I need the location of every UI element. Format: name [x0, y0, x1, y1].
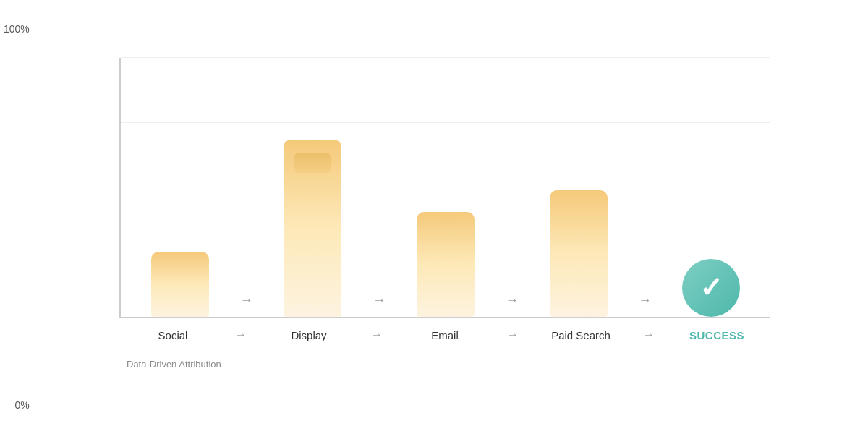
bar-group-display [261, 58, 365, 317]
x-arrow-3: → [498, 328, 527, 341]
x-label-email: Email [391, 329, 498, 341]
x-label-display: Display [255, 329, 362, 341]
arrow-2: → [365, 58, 393, 317]
bar-group-paid [527, 58, 631, 317]
x-arrow-2: → [362, 328, 391, 341]
bar-paid [550, 190, 608, 317]
y-label-0: 0% [4, 399, 30, 411]
x-labels-row: Social → Display → Email → Paid Search →… [119, 328, 770, 341]
bar-group-social [128, 58, 232, 317]
arrow-1: → [232, 58, 261, 317]
arrow-4: → [630, 58, 659, 317]
y-axis-labels: 100% 0% [4, 29, 30, 405]
x-arrow-1: → [226, 328, 255, 341]
x-label-success: SUCCESS [663, 329, 770, 341]
checkmark-icon: ✓ [699, 274, 723, 302]
success-circle: ✓ [682, 259, 740, 317]
y-label-100: 100% [4, 23, 30, 35]
arrow-3: → [498, 58, 527, 317]
chart-container: 100% 0% → → [54, 29, 814, 405]
bar-social [151, 252, 209, 317]
x-arrow-4: → [634, 328, 663, 341]
bar-email [417, 212, 475, 317]
success-group: ✓ [659, 58, 763, 317]
bar-group-email [393, 58, 498, 317]
bar-display [284, 140, 341, 317]
bars-row: → → → → ✓ [121, 58, 770, 317]
x-label-paid: Paid Search [527, 329, 634, 341]
footer-label: Data-Driven Attribution [119, 359, 770, 370]
x-label-social: Social [119, 329, 226, 341]
chart-area: → → → → ✓ [119, 58, 770, 318]
